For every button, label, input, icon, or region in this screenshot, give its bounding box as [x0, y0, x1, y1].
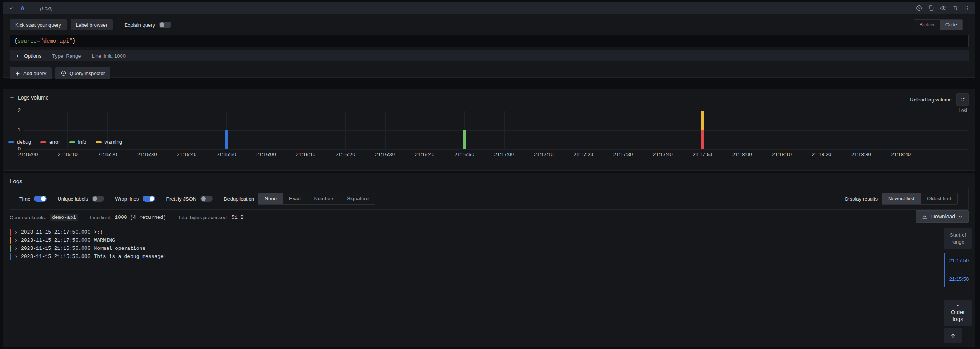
- legend-item-warning[interactable]: warning: [96, 139, 122, 145]
- dedup-option-signature[interactable]: Signature: [341, 193, 375, 204]
- plus-icon: [15, 71, 20, 76]
- options-line-limit: Line limit: 1000: [92, 53, 126, 59]
- download-button[interactable]: Download: [916, 210, 969, 223]
- query-code-input[interactable]: {source="demo-api"}: [10, 35, 969, 47]
- chart-gridline: [504, 111, 505, 149]
- start-of-range-button[interactable]: Start of range: [944, 228, 972, 249]
- x-axis-tick-label: 21:16:20: [328, 151, 363, 157]
- x-axis-tick-label: 21:16:30: [368, 151, 403, 157]
- kick-start-query-button[interactable]: Kick start your query: [10, 19, 67, 30]
- expand-log-row-icon[interactable]: [14, 247, 18, 251]
- explain-query-toggle[interactable]: [159, 22, 171, 28]
- older-logs-button[interactable]: Older logs: [944, 300, 972, 326]
- expand-log-row-icon[interactable]: [14, 239, 18, 242]
- query-inspector-button[interactable]: Query inspector: [55, 67, 110, 79]
- log-row-debug[interactable]: 2023-11-15 21:15:50.000This is a debug m…: [10, 253, 938, 261]
- dedup-option-numbers[interactable]: Numbers: [308, 193, 341, 204]
- x-axis-tick-label: 21:15:50: [209, 151, 244, 157]
- log-message: Normal operations: [94, 246, 145, 251]
- x-axis-tick-label: 21:15:20: [90, 151, 125, 157]
- duplicate-query-icon[interactable]: [928, 5, 934, 11]
- legend-label: warning: [105, 139, 122, 145]
- common-labels-value: demo-api: [50, 214, 78, 221]
- explain-query-label: Explain query: [124, 22, 155, 28]
- help-icon[interactable]: ?: [916, 5, 922, 11]
- editor-mode-builder[interactable]: Builder: [914, 20, 940, 30]
- chart-legend: debugerrorinfowarning: [8, 139, 122, 145]
- chart-gridline: [425, 111, 425, 149]
- range-to[interactable]: 21:15:50: [947, 276, 971, 282]
- query-ref-id: A: [21, 5, 24, 11]
- unique-labels-toggle[interactable]: [92, 196, 104, 202]
- time-toggle[interactable]: [34, 196, 47, 202]
- drag-handle-icon[interactable]: [964, 5, 970, 11]
- chart-gridline: [544, 111, 544, 149]
- x-axis-tick-label: 21:16:50: [447, 151, 482, 157]
- x-axis-tick-label: 21:15:00: [10, 151, 45, 157]
- legend-item-error[interactable]: error: [40, 139, 60, 145]
- x-axis-tick-label: 21:17:30: [606, 151, 641, 157]
- legend-swatch-debug: [8, 141, 14, 143]
- x-axis-tick-label: 21:17:20: [566, 151, 601, 157]
- chart-gridline: [24, 149, 969, 150]
- x-axis-tick-label: 21:18:40: [884, 151, 918, 157]
- expand-log-row-icon[interactable]: [14, 255, 18, 259]
- range-from[interactable]: 21:17:50: [947, 258, 971, 263]
- log-row-error[interactable]: 2023-11-15 21:17:50.000>:(: [10, 228, 938, 236]
- svg-text:?: ?: [918, 6, 920, 10]
- dedup-option-none[interactable]: None: [258, 193, 283, 204]
- prettify-json-toggle[interactable]: [200, 196, 213, 202]
- x-axis-tick-label: 21:15:30: [129, 151, 164, 157]
- legend-label: debug: [17, 139, 31, 145]
- chart-gridline: [782, 111, 782, 149]
- legend-item-debug[interactable]: debug: [8, 139, 31, 145]
- legend-item-info[interactable]: info: [69, 139, 86, 145]
- chart-gridline: [306, 111, 306, 149]
- range-separator: —: [947, 267, 971, 273]
- logs-volume-chart[interactable]: 01221:15:0021:15:1021:15:2021:15:3021:15…: [10, 110, 969, 168]
- query-options-collapse[interactable]: Options Type: Range Line limit: 1000: [10, 50, 969, 61]
- editor-mode-code[interactable]: Code: [940, 20, 962, 30]
- log-level-indicator: [10, 229, 11, 236]
- delete-query-icon[interactable]: [952, 5, 958, 11]
- add-query-button[interactable]: Add query: [10, 67, 52, 79]
- wrap-lines-toggle[interactable]: [143, 196, 155, 202]
- reload-log-volume-button[interactable]: Reload log volume: [910, 97, 952, 103]
- legend-swatch-info: [69, 141, 75, 143]
- log-timestamp: 2023-11-15 21:16:50.000: [21, 246, 90, 251]
- collapse-query-icon[interactable]: [9, 6, 14, 10]
- x-axis-tick-label: 21:17:40: [645, 151, 680, 157]
- scroll-to-top-button[interactable]: [944, 328, 962, 343]
- chart-gridline: [822, 111, 822, 149]
- chart-gridline: [24, 111, 969, 111]
- time-range-nav: 21:17:50 — 21:15:50: [944, 253, 971, 287]
- label-browser-button[interactable]: Label browser: [71, 19, 113, 30]
- display-option-oldest-first[interactable]: Oldest first: [921, 193, 957, 204]
- log-timestamp: 2023-11-15 21:15:50.000: [21, 254, 90, 260]
- sync-icon-button[interactable]: [956, 93, 969, 106]
- logs-panel: Logs Time Unique labels Wrap lines Prett…: [3, 173, 975, 347]
- log-timestamp: 2023-11-15 21:17:50.000: [21, 237, 90, 243]
- wrap-lines-label: Wrap lines: [115, 196, 139, 202]
- chart-gridline: [742, 111, 742, 149]
- expand-log-row-icon[interactable]: [14, 230, 18, 234]
- log-timestamp: 2023-11-15 21:17:50.000: [21, 229, 90, 235]
- log-row-warning[interactable]: 2023-11-15 21:17:50.000WARNING: [10, 236, 938, 244]
- logs-volume-collapse[interactable]: Logs volume: [10, 95, 48, 101]
- line-limit-value: 1000 (4 returned): [115, 215, 166, 220]
- legend-label: error: [49, 139, 60, 145]
- x-axis-tick-label: 21:15:40: [169, 151, 204, 157]
- log-message: WARNING: [94, 237, 115, 243]
- builder-code-toggle: BuilderCode: [914, 19, 963, 30]
- log-row-info[interactable]: 2023-11-15 21:16:50.000Normal operations: [10, 244, 938, 253]
- x-axis-tick-label: 21:18:30: [844, 151, 878, 157]
- dedup-option-exact[interactable]: Exact: [283, 193, 308, 204]
- sync-icon: [960, 97, 965, 102]
- deduplication-label: Deduplication: [224, 196, 254, 202]
- display-option-newest-first[interactable]: Newest first: [882, 193, 921, 204]
- y-axis-tick-label: 0: [10, 146, 21, 151]
- query-row-header[interactable]: A (Loki) ?: [3, 2, 975, 14]
- toggle-visibility-icon[interactable]: [940, 5, 947, 11]
- prettify-json-label: Prettify JSON: [166, 196, 196, 202]
- chevron-down-icon: [10, 95, 14, 100]
